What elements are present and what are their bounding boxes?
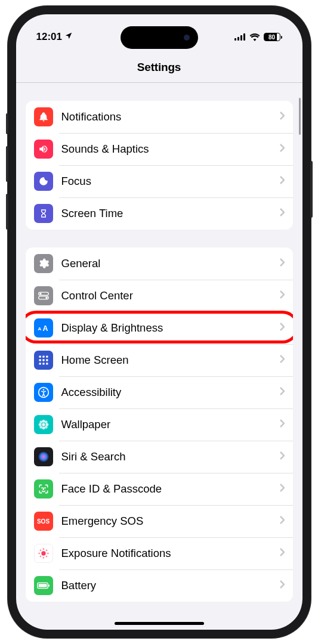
chevron-right-icon xyxy=(280,419,285,430)
row-label: Wallpaper xyxy=(61,418,280,431)
chevron-right-icon xyxy=(280,355,285,366)
svg-rect-43 xyxy=(38,584,47,587)
speaker-icon xyxy=(34,140,53,159)
row-accessibility[interactable]: Accessibility xyxy=(26,376,293,408)
battery-icon: 80 xyxy=(264,33,282,41)
exposure-icon xyxy=(34,544,53,563)
row-notifications[interactable]: Notifications xyxy=(26,101,293,133)
svg-rect-3 xyxy=(243,33,245,41)
row-label: Siri & Search xyxy=(61,450,280,463)
row-label: Face ID & Passcode xyxy=(61,482,280,496)
svg-point-38 xyxy=(39,550,41,552)
svg-point-32 xyxy=(45,488,45,488)
row-focus[interactable]: Focus xyxy=(26,165,293,197)
row-label: Display & Brightness xyxy=(61,321,280,335)
row-label: Emergency SOS xyxy=(61,515,280,528)
cellular-signal-icon xyxy=(234,33,246,41)
chevron-right-icon xyxy=(280,290,285,301)
svg-rect-13 xyxy=(39,359,41,361)
svg-rect-10 xyxy=(39,356,41,358)
home-indicator[interactable] xyxy=(115,622,204,625)
svg-point-37 xyxy=(47,553,48,555)
chevron-right-icon xyxy=(280,548,285,559)
row-label: Screen Time xyxy=(61,207,280,220)
chevron-right-icon xyxy=(280,176,285,187)
chevron-right-icon xyxy=(280,208,285,219)
svg-text:A: A xyxy=(42,324,48,333)
row-wallpaper[interactable]: Wallpaper xyxy=(26,408,293,441)
row-sos[interactable]: SOS Emergency SOS xyxy=(26,505,293,537)
wifi-icon xyxy=(249,33,260,41)
svg-point-21 xyxy=(42,423,45,426)
settings-section: Notifications Sounds & Haptics Focus xyxy=(26,101,293,230)
svg-rect-14 xyxy=(42,359,44,361)
row-label: Battery xyxy=(61,579,280,592)
chevron-right-icon xyxy=(280,258,285,269)
chevron-right-icon xyxy=(280,112,285,122)
header: Settings xyxy=(16,49,302,83)
siri-icon xyxy=(34,447,53,466)
svg-point-30 xyxy=(38,451,50,463)
row-homescreen[interactable]: Home Screen xyxy=(26,344,293,376)
svg-rect-18 xyxy=(46,363,48,364)
row-exposure[interactable]: Exposure Notifications xyxy=(26,537,293,569)
row-label: Accessibility xyxy=(61,386,280,399)
svg-point-34 xyxy=(42,548,44,550)
chevron-right-icon xyxy=(280,484,285,494)
dynamic-island xyxy=(121,26,198,49)
svg-point-5 xyxy=(39,293,41,295)
row-label: Home Screen xyxy=(61,354,280,367)
chevron-right-icon xyxy=(280,323,285,333)
svg-rect-11 xyxy=(42,356,44,358)
sos-icon: SOS xyxy=(34,512,53,531)
svg-text:A: A xyxy=(38,326,41,332)
bell-icon xyxy=(34,107,53,126)
row-controlcenter[interactable]: Control Center xyxy=(26,280,293,312)
svg-point-7 xyxy=(45,297,47,299)
svg-point-27 xyxy=(44,420,47,423)
row-battery[interactable]: Battery xyxy=(26,569,293,602)
svg-point-40 xyxy=(39,556,41,558)
svg-point-29 xyxy=(44,426,47,429)
settings-content[interactable]: Notifications Sounds & Haptics Focus xyxy=(16,83,302,630)
row-display[interactable]: AA Display & Brightness xyxy=(26,312,293,344)
row-label: Focus xyxy=(61,175,280,188)
chevron-right-icon xyxy=(280,451,285,462)
chevron-right-icon xyxy=(280,387,285,398)
row-label: Exposure Notifications xyxy=(61,547,280,560)
svg-rect-1 xyxy=(237,37,239,41)
svg-point-33 xyxy=(41,551,45,555)
svg-rect-16 xyxy=(39,363,41,364)
row-siri[interactable]: Siri & Search xyxy=(26,441,293,473)
chevron-right-icon xyxy=(280,580,285,591)
scroll-indicator[interactable] xyxy=(299,98,301,135)
toggles-icon xyxy=(34,286,53,305)
phone-frame: 12:01 xyxy=(8,6,311,638)
svg-rect-44 xyxy=(48,584,50,587)
svg-rect-15 xyxy=(46,359,48,361)
phone-screen: 12:01 xyxy=(16,14,302,630)
svg-point-31 xyxy=(42,488,42,488)
svg-rect-12 xyxy=(46,356,48,358)
row-sounds[interactable]: Sounds & Haptics xyxy=(26,133,293,165)
svg-point-35 xyxy=(42,557,44,559)
status-time: 12:01 xyxy=(36,31,62,43)
grid-icon xyxy=(34,351,53,370)
page-title: Settings xyxy=(16,61,302,74)
svg-point-28 xyxy=(39,426,42,429)
settings-section: General Control Center AA Display & Brig… xyxy=(26,247,293,602)
row-label: Notifications xyxy=(61,110,280,123)
chevron-right-icon xyxy=(280,144,285,154)
svg-point-41 xyxy=(45,556,47,558)
svg-point-39 xyxy=(45,550,47,552)
svg-point-26 xyxy=(39,420,42,423)
svg-rect-2 xyxy=(240,35,242,41)
row-screentime[interactable]: Screen Time xyxy=(26,197,293,230)
accessibility-icon xyxy=(34,383,53,402)
row-label: Control Center xyxy=(61,289,280,302)
row-faceid[interactable]: Face ID & Passcode xyxy=(26,473,293,505)
row-general[interactable]: General xyxy=(26,247,293,280)
svg-point-20 xyxy=(42,389,44,391)
location-icon xyxy=(64,31,73,43)
svg-rect-0 xyxy=(234,38,236,41)
